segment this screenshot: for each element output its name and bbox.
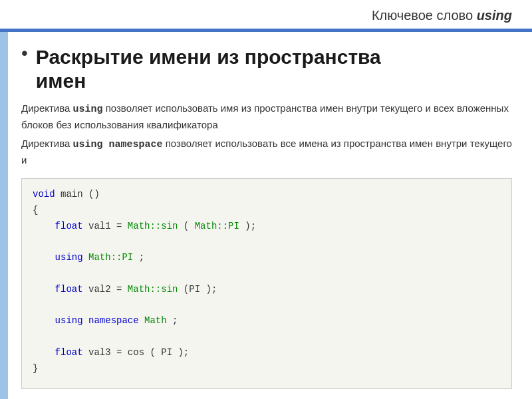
bullet-heading-line2: имен [36,69,381,93]
code-line-2: { [33,203,501,219]
content-wrapper: • Раскрытие имени из пространства имен Д… [0,32,532,399]
code-line-7: float val2 = Math::sin (PI ); [33,282,501,298]
code-line-12: } [33,361,501,377]
code-line-11: float val3 = cos ( PI ); [33,345,501,361]
code-line-9: using namespace Math ; [33,313,501,329]
header: Ключевое слово using [0,0,532,29]
code-line-1: void main () [33,187,501,203]
code-line-4 [33,234,501,250]
code-line-8 [33,298,501,314]
code-block: void main () { float val1 = Math::sin ( … [21,178,512,389]
left-accent-bar [0,32,8,399]
main-content: • Раскрытие имени из пространства имен Д… [8,32,532,399]
description-2: Директива using namespace позволяет испо… [21,136,512,168]
code-line-6 [33,266,501,282]
header-prefix: Ключевое слово [372,8,477,23]
code-line-3: float val1 = Math::sin ( Math::PI ); [33,219,501,235]
code-line-5: using Math::PI ; [33,250,501,266]
code-line-10 [33,329,501,345]
bullet-heading-line1: Раскрытие имени из пространства [36,45,381,69]
descriptions: Директива using позволяет использовать и… [21,101,512,172]
bullet-dot: • [21,43,28,64]
slide: Ключевое слово using • Раскрытие имени и… [0,0,532,399]
bullet-section: • Раскрытие имени из пространства имен [21,45,512,93]
description-1: Директива using позволяет использовать и… [21,101,512,132]
header-title: Ключевое слово using [372,8,512,23]
bullet-heading: Раскрытие имени из пространства имен [36,45,381,93]
header-keyword: using [477,8,512,23]
